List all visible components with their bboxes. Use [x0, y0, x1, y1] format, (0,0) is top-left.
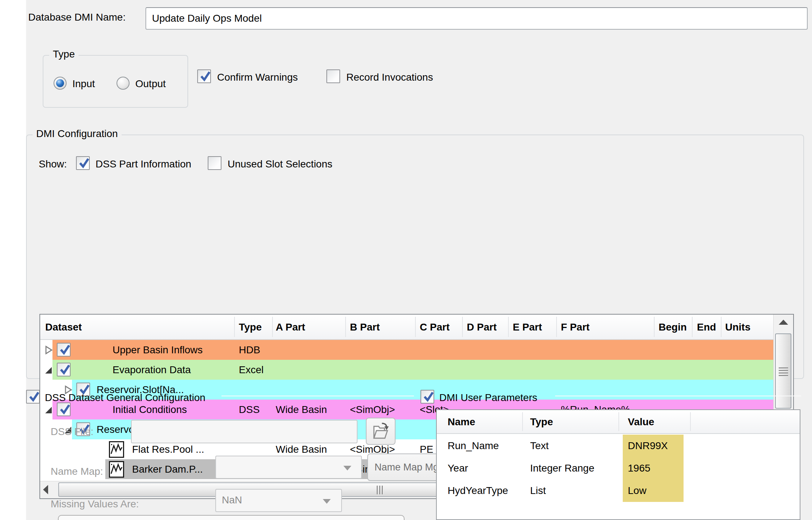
- vertical-scrollbar-thumb[interactable]: [775, 333, 791, 409]
- param-value: DNR99X: [628, 435, 668, 457]
- unused-slot-selections-label[interactable]: Unused Slot Selections: [228, 158, 333, 170]
- input-radio-label[interactable]: Input: [72, 78, 95, 90]
- dmi-user-parameters-checkbox[interactable]: [420, 390, 434, 404]
- column-type[interactable]: Type: [239, 315, 262, 340]
- param-type: Integer Range: [530, 457, 594, 479]
- param-column-name[interactable]: Name: [448, 410, 475, 432]
- param-type: Text: [530, 435, 549, 457]
- confirm-warnings-label[interactable]: Confirm Warnings: [217, 72, 298, 83]
- dss-dataset-config-checkbox[interactable]: [26, 390, 40, 404]
- dmi-configuration-title: DMI Configuration: [33, 128, 122, 140]
- check-icon: [77, 156, 91, 170]
- dss-file-label: DSS File:: [51, 426, 93, 438]
- dialog-surface: Database DMI Name: Update Daily Ops Mode…: [26, 0, 812, 520]
- section-rule: [555, 396, 801, 396]
- database-dmi-name-input[interactable]: Update Daily Ops Model: [145, 7, 808, 30]
- record-invocations-checkbox[interactable]: [326, 69, 340, 83]
- param-column-type[interactable]: Type: [530, 410, 553, 432]
- dss-dataset-config-title[interactable]: DSS Dataset General Configuration: [45, 392, 206, 404]
- param-column-value[interactable]: Value: [628, 410, 654, 432]
- check-icon: [58, 402, 72, 416]
- column-d-part[interactable]: D Part: [467, 315, 496, 340]
- dataset-name: Evaporation Data: [113, 360, 191, 380]
- expand-expanded-icon[interactable]: [44, 405, 53, 415]
- user-parameters-table: Name Type Value Run_Name Text DNR99X Yea…: [436, 409, 800, 520]
- database-dmi-dialog: Database DMI Name: Update Daily Ops Mode…: [0, 0, 812, 520]
- slot-icon: [109, 441, 124, 458]
- check-icon: [58, 343, 72, 357]
- scroll-up-icon[interactable]: [779, 320, 788, 325]
- output-radio-label[interactable]: Output: [135, 78, 166, 90]
- dss-file-browse-button[interactable]: [366, 418, 396, 445]
- record-invocations-label[interactable]: Record Invocations: [346, 72, 433, 83]
- type-group: Type Input Output: [43, 55, 188, 108]
- name-map-dropdown[interactable]: [215, 456, 362, 479]
- dss-file-input[interactable]: [131, 420, 358, 443]
- param-name: Run_Name: [448, 435, 499, 457]
- chevron-down-icon: [323, 499, 331, 504]
- table-row[interactable]: Evaporation Data Excel: [40, 360, 773, 380]
- user-parameters-header: Name Type Value: [437, 410, 800, 434]
- missing-values-value: NaN: [222, 494, 242, 506]
- dataset-type: HDB: [239, 340, 260, 360]
- check-icon: [422, 390, 435, 404]
- param-name: Year: [448, 457, 468, 479]
- a-part-value: Wide Basin: [276, 400, 327, 419]
- dataset-type: Excel: [239, 360, 263, 380]
- output-radio[interactable]: [117, 77, 130, 90]
- dss-part-information-checkbox[interactable]: [76, 156, 90, 170]
- column-c-part[interactable]: C Part: [420, 315, 449, 340]
- param-value: Low: [628, 479, 646, 502]
- column-e-part[interactable]: E Part: [513, 315, 542, 340]
- bottom-cutoff-field: [58, 515, 405, 520]
- dmi-configuration-group: DMI Configuration Show: DSS Part Informa…: [26, 135, 804, 379]
- column-dataset[interactable]: Dataset: [45, 315, 82, 340]
- param-value: 1965: [628, 457, 650, 479]
- dss-part-information-label[interactable]: DSS Part Information: [96, 158, 191, 170]
- column-end[interactable]: End: [697, 315, 716, 340]
- input-radio[interactable]: [54, 77, 67, 90]
- name-map-label: Name Map:: [51, 466, 103, 477]
- show-label: Show:: [39, 158, 67, 170]
- row-checkbox[interactable]: [57, 343, 71, 357]
- param-type: List: [530, 479, 546, 502]
- section-rule: [221, 396, 414, 396]
- column-begin[interactable]: Begin: [659, 315, 687, 340]
- dataset-type: DSS: [239, 400, 260, 419]
- param-value-cell[interactable]: Low: [623, 479, 684, 502]
- check-icon: [58, 363, 72, 376]
- missing-values-dropdown[interactable]: NaN: [215, 489, 342, 512]
- dataset-table-header: Dataset Type A Part B Part C Part D Part…: [40, 315, 773, 340]
- table-row[interactable]: Upper Basin Inflows HDB: [40, 340, 773, 360]
- param-value-cell[interactable]: DNR99X: [623, 435, 684, 457]
- expand-collapsed-icon[interactable]: [44, 345, 53, 355]
- check-icon: [27, 390, 41, 404]
- check-icon: [198, 69, 212, 83]
- dataset-name: Upper Basin Inflows: [113, 340, 203, 360]
- slot-name: Barker Dam.P...: [132, 459, 203, 479]
- database-dmi-name-label: Database DMI Name:: [28, 12, 126, 23]
- column-f-part[interactable]: F Part: [561, 315, 589, 340]
- type-group-title: Type: [49, 48, 79, 60]
- confirm-warnings-checkbox[interactable]: [197, 69, 211, 83]
- param-value-cell[interactable]: 1965: [623, 457, 684, 479]
- missing-values-label: Missing Values Are:: [51, 498, 139, 510]
- param-name: HydYearType: [448, 479, 508, 502]
- scroll-left-icon[interactable]: [43, 485, 48, 494]
- file-open-icon: [371, 421, 391, 442]
- slot-icon: [109, 461, 124, 478]
- unused-slot-selections-checkbox[interactable]: [208, 156, 221, 170]
- column-units[interactable]: Units: [725, 315, 750, 340]
- column-b-part[interactable]: B Part: [350, 315, 380, 340]
- row-checkbox[interactable]: [57, 402, 71, 416]
- row-checkbox[interactable]: [57, 363, 71, 376]
- column-a-part[interactable]: A Part: [276, 315, 305, 340]
- b-part-value: <SimObj>: [350, 400, 395, 419]
- chevron-down-icon: [343, 466, 351, 470]
- dmi-user-parameters-title[interactable]: DMI User Parameters: [439, 392, 537, 404]
- expand-expanded-icon[interactable]: [44, 365, 53, 375]
